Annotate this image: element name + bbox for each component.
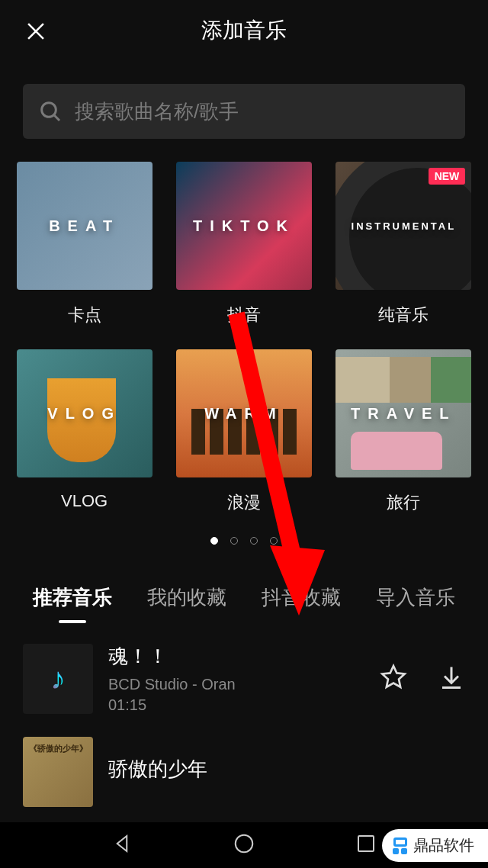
category-thumbnail: NEW INSTRUMENTAL (336, 162, 471, 290)
nav-home-icon[interactable] (233, 832, 255, 858)
svg-rect-2 (358, 836, 374, 851)
close-button[interactable] (23, 18, 49, 47)
song-title: 魂！！ (108, 643, 364, 670)
category-thumbnail: VLOG (17, 349, 152, 477)
song-duration: 01:15 (108, 696, 364, 714)
watermark-text: 鼎品软件 (413, 835, 474, 856)
category-label: 纯音乐 (378, 304, 429, 326)
watermark-logo-icon (393, 837, 407, 854)
category-thumbnail: WARM (176, 349, 312, 477)
watermark-badge: 鼎品软件 (382, 829, 488, 862)
category-label: 浪漫 (227, 491, 261, 514)
category-item[interactable]: TIKTOK 抖音 (173, 162, 314, 326)
song-title: 骄傲的少年 (108, 756, 465, 783)
category-item[interactable]: BEAT 卡点 (14, 162, 155, 326)
category-thumbnail: TIKTOK (176, 162, 312, 290)
tab[interactable]: 我的收藏 (147, 575, 226, 620)
category-grid: BEAT 卡点 TIKTOK 抖音 NEW INSTRUMENTAL 纯音乐 V… (0, 162, 488, 514)
category-overlay-text: VLOG (47, 405, 121, 423)
category-item[interactable]: VLOG VLOG (14, 349, 155, 514)
category-overlay-text: INSTRUMENTAL (352, 220, 457, 232)
category-thumbnail: TRAVEL (336, 349, 471, 477)
song-item[interactable]: 魂！！ BCD Studio - Oran 01:15 (23, 643, 465, 714)
song-list: 魂！！ BCD Studio - Oran 01:15 《骄傲的少年》 骄傲的少… (0, 643, 488, 807)
category-item[interactable]: WARM 浪漫 (173, 349, 314, 514)
pagination-dot[interactable] (250, 537, 258, 545)
song-cover: 《骄傲的少年》 (23, 737, 93, 807)
favorite-button[interactable] (380, 664, 407, 694)
category-label: 卡点 (68, 304, 101, 326)
category-label: VLOG (61, 491, 108, 511)
category-item[interactable]: NEW INSTRUMENTAL 纯音乐 (333, 162, 474, 326)
download-button[interactable] (438, 664, 465, 694)
song-cover (23, 644, 93, 714)
svg-point-0 (42, 103, 56, 117)
category-overlay-text: TIKTOK (193, 217, 295, 235)
category-item[interactable]: TRAVEL 旅行 (333, 349, 474, 514)
category-overlay-text: TRAVEL (351, 405, 457, 423)
tab[interactable]: 抖音收藏 (262, 575, 341, 620)
song-artist: BCD Studio - Oran (108, 676, 364, 693)
page-title: 添加音乐 (15, 16, 473, 45)
search-input[interactable] (75, 100, 450, 124)
pagination-dots[interactable] (0, 537, 488, 545)
tab[interactable]: 导入音乐 (376, 575, 455, 620)
nav-back-icon[interactable] (111, 832, 133, 858)
song-info: 骄傲的少年 (108, 756, 465, 789)
song-item[interactable]: 《骄傲的少年》 骄傲的少年 (23, 737, 465, 807)
tab-bar: 推荐音乐我的收藏抖音收藏导入音乐 (0, 575, 488, 620)
search-icon (38, 99, 63, 124)
nav-recent-icon[interactable] (355, 832, 377, 858)
song-info: 魂！！ BCD Studio - Oran 01:15 (108, 643, 364, 714)
pagination-dot[interactable] (210, 537, 218, 545)
category-label: 旅行 (387, 491, 420, 514)
tab[interactable]: 推荐音乐 (33, 575, 112, 620)
pagination-dot[interactable] (230, 537, 238, 545)
category-overlay-text: BEAT (49, 217, 120, 235)
search-bar[interactable] (23, 84, 465, 139)
new-badge: NEW (429, 168, 466, 185)
pagination-dot[interactable] (270, 537, 278, 545)
category-thumbnail: BEAT (17, 162, 152, 290)
category-overlay-text: WARM (204, 405, 283, 423)
svg-point-1 (236, 835, 253, 853)
category-label: 抖音 (227, 304, 261, 326)
